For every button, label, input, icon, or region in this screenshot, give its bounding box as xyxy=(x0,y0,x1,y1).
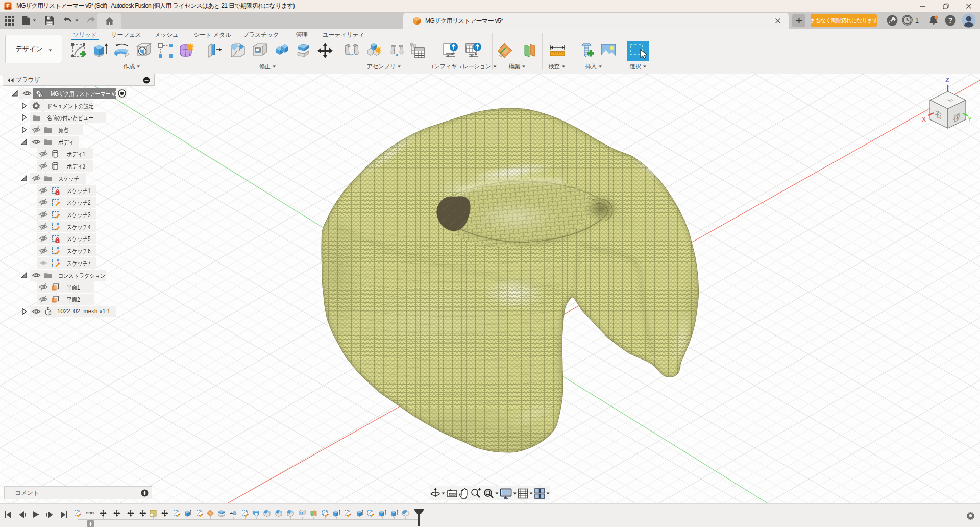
timeline-feature-6-move[interactable] xyxy=(139,509,147,517)
root-component-label[interactable]: MGザク用リストアーマー v5 xyxy=(51,90,117,99)
step-back-button[interactable] xyxy=(18,511,26,519)
joint-origin-button[interactable] xyxy=(388,42,406,59)
notification-bell-icon[interactable] xyxy=(927,14,940,29)
viewport-3d[interactable]: Z 上 右 後 X Y ブラウザ MGザク用リストアーマー v5 ドキュメントの… xyxy=(0,74,980,503)
tree-row-sketch-6[interactable]: スケッチ6 xyxy=(0,245,158,256)
sketch-4-label[interactable]: スケッチ4 xyxy=(67,223,90,232)
tree-row-mesh-component[interactable]: 1022_02_mesh v1:1 xyxy=(0,306,158,317)
visibility-eye-icon[interactable] xyxy=(32,125,41,134)
visibility-eye-icon[interactable] xyxy=(22,89,32,98)
expand-arrow-closed[interactable] xyxy=(20,102,28,109)
document-tab[interactable]: MGザク用リストアーマー v5* xyxy=(403,13,789,29)
visibility-eye-icon[interactable] xyxy=(39,258,48,268)
named-views-label[interactable]: 名前の付いたビュー xyxy=(47,114,93,123)
tab-sheetmetal[interactable]: シート メタル xyxy=(193,31,231,39)
expand-arrow-closed[interactable] xyxy=(20,126,28,133)
timeline-feature-1-sketch[interactable] xyxy=(74,509,82,517)
tab-surface[interactable]: サーフェス xyxy=(111,31,141,39)
sketch-3-label[interactable]: スケッチ3 xyxy=(67,211,90,220)
construct-planes-button[interactable] xyxy=(521,42,538,59)
timeline-feature-29-fillet2[interactable] xyxy=(401,509,409,517)
tree-row-sketch-5[interactable]: スケッチ5 xyxy=(0,233,158,244)
expand-arrow-open[interactable] xyxy=(20,175,28,182)
timeline-feature-18-fillet[interactable] xyxy=(275,509,283,517)
grid-settings[interactable] xyxy=(518,488,533,499)
expand-arrow-closed[interactable] xyxy=(20,114,28,121)
job-history-clock-icon[interactable] xyxy=(901,14,913,28)
timeline-feature-14-dotarrow[interactable] xyxy=(229,509,237,517)
group-inspect-label[interactable]: 検査 xyxy=(549,63,566,70)
timeline-feature-13-slabs[interactable] xyxy=(217,509,226,517)
tab-manage[interactable]: 管理 xyxy=(296,31,307,39)
pan-tool[interactable] xyxy=(459,488,469,499)
tree-row-construction-folder[interactable]: コンストラクション xyxy=(0,270,158,281)
group-configure-label[interactable]: コンフィギュレーション xyxy=(428,63,497,70)
split-body-button[interactable] xyxy=(296,42,313,59)
viewports-tool[interactable] xyxy=(534,488,550,499)
revolve-button[interactable] xyxy=(113,42,131,59)
tree-row-body-3[interactable]: ボディ3 xyxy=(0,160,158,172)
skip-to-start-button[interactable] xyxy=(4,511,12,519)
tab-close-icon[interactable] xyxy=(774,17,781,25)
sketch-7-label[interactable]: スケッチ7 xyxy=(67,259,90,268)
step-forward-button[interactable] xyxy=(46,511,54,519)
fit-view-tool[interactable] xyxy=(483,488,499,499)
pattern-button[interactable] xyxy=(157,42,174,59)
help-icon[interactable]: ? xyxy=(944,14,957,29)
timeline-track[interactable] xyxy=(78,519,419,520)
construct-plane-button[interactable] xyxy=(496,42,513,59)
display-settings[interactable] xyxy=(500,488,517,499)
expand-arrow-closed[interactable] xyxy=(20,308,28,315)
visibility-eye-icon[interactable] xyxy=(39,222,48,231)
tree-row-sketch-1[interactable]: スケッチ1 xyxy=(0,185,158,196)
activate-component-radio[interactable] xyxy=(117,89,127,98)
license-expiry-badge[interactable]: まもなく期限切れになります xyxy=(811,14,877,27)
timeline-feature-22-sketch[interactable] xyxy=(321,509,329,517)
extrude-button[interactable] xyxy=(92,42,109,59)
file-menu-button[interactable] xyxy=(18,15,40,26)
timeline-feature-20-shell[interactable] xyxy=(298,509,306,517)
create-form-button[interactable] xyxy=(177,42,194,59)
visibility-eye-icon[interactable] xyxy=(39,161,48,171)
document-settings-label[interactable]: ドキュメントの設定 xyxy=(47,102,94,111)
timeline-feature-8-move[interactable] xyxy=(161,509,169,517)
insert-fastener-button[interactable] xyxy=(578,42,596,59)
timeline-feature-16-hole[interactable] xyxy=(252,509,260,517)
group-construct-label[interactable]: 構築 xyxy=(509,63,526,70)
tab-solid[interactable]: ソリッド xyxy=(72,31,96,39)
body-1-label[interactable]: ボディ1 xyxy=(67,150,85,159)
visibility-eye-icon[interactable] xyxy=(39,246,48,255)
press-pull-button[interactable] xyxy=(207,42,224,59)
timeline-feature-11-sketch[interactable] xyxy=(195,509,204,517)
minimize-button[interactable] xyxy=(911,0,934,12)
timeline-settings-gear-icon[interactable] xyxy=(966,511,975,522)
play-button[interactable] xyxy=(32,510,40,519)
timeline-feature-5-move[interactable] xyxy=(127,509,135,517)
move-copy-button[interactable] xyxy=(316,42,334,59)
tree-row-sketch-2[interactable]: スケッチ2 xyxy=(0,197,158,208)
tab-mesh[interactable]: メッシュ xyxy=(154,31,178,39)
bom-table-button[interactable] xyxy=(408,42,426,59)
timeline-feature-10-extrude[interactable] xyxy=(184,509,192,517)
group-assemble-label[interactable]: アセンブリ xyxy=(367,63,401,70)
visibility-eye-icon[interactable] xyxy=(32,307,41,316)
hole-button[interactable] xyxy=(135,42,153,59)
timeline-feature-9-sketch[interactable] xyxy=(173,509,181,517)
timeline-feature-4-move[interactable] xyxy=(113,509,121,517)
visibility-eye-icon[interactable] xyxy=(32,271,41,280)
visibility-eye-icon[interactable] xyxy=(39,234,48,243)
construction-folder-label[interactable]: コンストラクション xyxy=(58,272,105,280)
visibility-eye-icon[interactable] xyxy=(39,186,48,195)
tree-row-root-component[interactable]: MGザク用リストアーマー v5 xyxy=(0,88,158,99)
timeline-feature-27-extrude[interactable] xyxy=(378,509,386,517)
tree-row-sketch-7[interactable]: スケッチ7 xyxy=(0,257,158,269)
sketch-1-label[interactable]: スケッチ1 xyxy=(67,187,90,196)
workspace-switcher[interactable]: デザイン xyxy=(5,35,62,63)
measure-button[interactable] xyxy=(549,42,566,59)
expand-arrow-open[interactable] xyxy=(20,272,28,279)
group-select-label[interactable]: 選択 xyxy=(630,63,647,70)
insert-canvas-button[interactable] xyxy=(600,42,617,59)
tree-row-plane-1[interactable]: 平面1 xyxy=(0,281,158,293)
visibility-eye-icon[interactable] xyxy=(39,198,48,207)
joint-button[interactable] xyxy=(343,42,360,59)
